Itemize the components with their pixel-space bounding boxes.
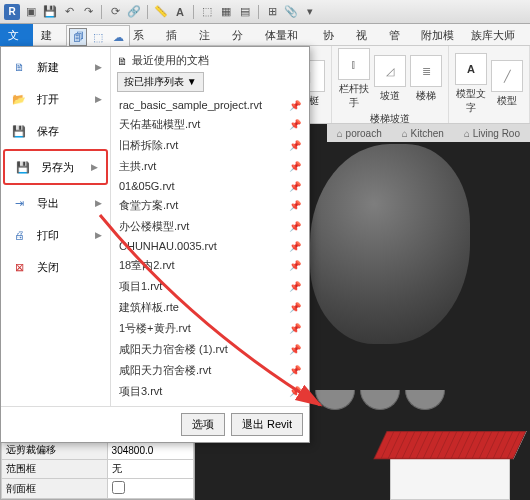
property-checkbox[interactable] — [112, 481, 125, 494]
tab-addins[interactable]: 附加模块 — [413, 24, 463, 46]
pin-icon[interactable]: 📌 — [289, 161, 301, 172]
qat-section-icon[interactable]: ▦ — [218, 4, 234, 20]
qat-dropdown-icon[interactable]: ▾ — [302, 4, 318, 20]
qat-text-icon[interactable]: A — [172, 4, 188, 20]
recent-item[interactable]: 食堂方案.rvt📌 — [117, 195, 303, 216]
recent-filename: 18室内2.rvt — [119, 258, 175, 273]
pin-icon[interactable]: 📌 — [289, 181, 301, 192]
pin-icon[interactable]: 📌 — [289, 281, 301, 292]
model-line-icon[interactable]: ╱ — [491, 60, 523, 92]
recent-item[interactable]: 旧桥拆除.rvt📌 — [117, 135, 303, 156]
tab-file[interactable]: 文件 — [0, 24, 33, 46]
tab-insert[interactable]: 插入 — [158, 24, 191, 46]
recent-header: 🗎最近使用的文档 — [117, 51, 303, 72]
pin-icon[interactable]: 📌 — [289, 241, 301, 252]
folder-open-icon: 📂 — [9, 89, 29, 109]
tab-manage[interactable]: 管理 — [381, 24, 414, 46]
recent-item[interactable]: 咸阳天力宿舍楼 (1).rvt📌 — [117, 339, 303, 360]
tab-collab[interactable]: 协作 — [315, 24, 348, 46]
recent-item[interactable]: 咸阳天力宿舍楼.rvt📌 — [117, 360, 303, 381]
qat-plan-icon[interactable]: ▤ — [237, 4, 253, 20]
pin-icon[interactable]: 📌 — [289, 302, 301, 313]
tab-annotate[interactable]: 注释 — [191, 24, 224, 46]
stair-icon[interactable]: ≣ — [410, 55, 442, 87]
recent-places-icon[interactable]: ⬚ — [89, 28, 107, 46]
bim360-icon[interactable]: ☁ — [109, 28, 127, 46]
ribbon-group-model: A模型文字 ╱模型 — [449, 46, 530, 123]
recent-item[interactable]: 办公楼模型.rvt📌 — [117, 216, 303, 237]
property-label: 剖面框 — [2, 479, 108, 499]
recent-item[interactable]: 主拱.rvt📌 — [117, 156, 303, 177]
pin-icon[interactable]: 📌 — [289, 365, 301, 376]
tab-arch[interactable]: 建筑 — [33, 24, 66, 46]
ramp-icon[interactable]: ◿ — [374, 55, 406, 87]
recent-filename: 办公楼模型.rvt — [119, 219, 189, 234]
sort-button[interactable]: 按已排序列表 ▼ — [117, 72, 204, 92]
file-menu-footer: 选项 退出 Revit — [1, 406, 309, 442]
app-logo: R — [4, 4, 20, 20]
recent-filename: 建筑样板.rte — [119, 300, 179, 315]
pin-icon[interactable]: 📌 — [289, 119, 301, 130]
recent-filename: 咸阳天力宿舍楼 (1).rvt — [119, 342, 228, 357]
recent-item[interactable]: 建筑样板.rte📌 — [117, 297, 303, 318]
qat-redo-icon[interactable]: ↷ — [80, 4, 96, 20]
pin-icon[interactable]: 📌 — [289, 200, 301, 211]
pin-icon[interactable]: 📌 — [289, 260, 301, 271]
recent-item[interactable]: 01&05G.rvt📌 — [117, 177, 303, 195]
pin-icon[interactable]: 📌 — [289, 140, 301, 151]
save-as-icon: 💾 — [13, 157, 33, 177]
file-save-as[interactable]: 💾另存为▶ — [3, 149, 108, 185]
tab-system[interactable]: 系统 — [125, 24, 158, 46]
pin-icon[interactable]: 📌 — [289, 323, 301, 334]
scene-house — [350, 420, 530, 500]
file-close[interactable]: ⊠关闭 — [1, 251, 110, 283]
qat-measure-icon[interactable]: 📏 — [153, 4, 169, 20]
pin-icon[interactable]: 📌 — [289, 100, 301, 111]
pin-icon[interactable]: 📌 — [289, 221, 301, 232]
recent-item[interactable]: 项目3.rvt📌 — [117, 381, 303, 402]
tab-family[interactable]: 族库大师V4.4 — [463, 24, 530, 46]
property-row: 范围框无 — [2, 460, 194, 479]
file-open[interactable]: 📂打开▶ — [1, 83, 110, 115]
tab-massing[interactable]: 体量和场地 — [257, 24, 315, 46]
property-value[interactable]: 304800.0 — [112, 445, 154, 456]
railing-icon[interactable]: ⫿ — [338, 48, 370, 80]
recent-docs-icon[interactable]: 🗐 — [69, 28, 87, 46]
file-new[interactable]: 🗎新建▶ — [1, 51, 110, 83]
document-icon: 🗎 — [117, 55, 128, 67]
ribbon-group-circulation: ⫿栏杆扶手 ◿坡道 ≣楼梯 楼梯坡道 — [332, 46, 449, 123]
recent-item[interactable]: 天佑基础模型.rvt📌 — [117, 114, 303, 135]
model-text-icon[interactable]: A — [455, 53, 487, 85]
exit-button[interactable]: 退出 Revit — [231, 413, 303, 436]
qat-open-icon[interactable]: ▣ — [23, 4, 39, 20]
file-menu-left: 🗎新建▶ 📂打开▶ 💾保存 💾另存为▶ ⇥导出▶ 🖨打印▶ ⊠关闭 — [1, 47, 111, 406]
recent-filename: 食堂方案.rvt — [119, 198, 178, 213]
recent-item[interactable]: 项目1.rvt📌 — [117, 276, 303, 297]
qat-save-icon[interactable]: 💾 — [42, 4, 58, 20]
file-export[interactable]: ⇥导出▶ — [1, 187, 110, 219]
recent-item[interactable]: rac_basic_sample_project.rvt📌 — [117, 96, 303, 114]
pin-icon[interactable]: 📌 — [289, 386, 301, 397]
tab-analyze[interactable]: 分析 — [224, 24, 257, 46]
recent-item[interactable]: 18室内2.rvt📌 — [117, 255, 303, 276]
qat-window-icon[interactable]: ⊞ — [264, 4, 280, 20]
qat-sync-icon[interactable]: ⟳ — [107, 4, 123, 20]
file-save[interactable]: 💾保存 — [1, 115, 110, 147]
file-print[interactable]: 🖨打印▶ — [1, 219, 110, 251]
tab-view[interactable]: 视图 — [348, 24, 381, 46]
chevron-right-icon: ▶ — [95, 62, 102, 72]
pin-icon[interactable]: 📌 — [289, 344, 301, 355]
recent-item[interactable]: CHUNHAU.0035.rvt📌 — [117, 237, 303, 255]
recent-filename: 主拱.rvt — [119, 159, 156, 174]
qat-link-icon[interactable]: 🔗 — [126, 4, 142, 20]
property-value[interactable]: 无 — [112, 463, 122, 474]
qat-clip-icon[interactable]: 📎 — [283, 4, 299, 20]
property-row: 剖面框 — [2, 479, 194, 499]
options-button[interactable]: 选项 — [181, 413, 225, 436]
recent-item[interactable]: 1号楼+黄丹.rvt📌 — [117, 318, 303, 339]
recent-filename: rac_basic_sample_project.rvt — [119, 99, 262, 111]
recent-filename: CHUNHAU.0035.rvt — [119, 240, 217, 252]
qat-3d-icon[interactable]: ⬚ — [199, 4, 215, 20]
qat-undo-icon[interactable]: ↶ — [61, 4, 77, 20]
property-row: 远剪裁偏移304800.0 — [2, 441, 194, 460]
